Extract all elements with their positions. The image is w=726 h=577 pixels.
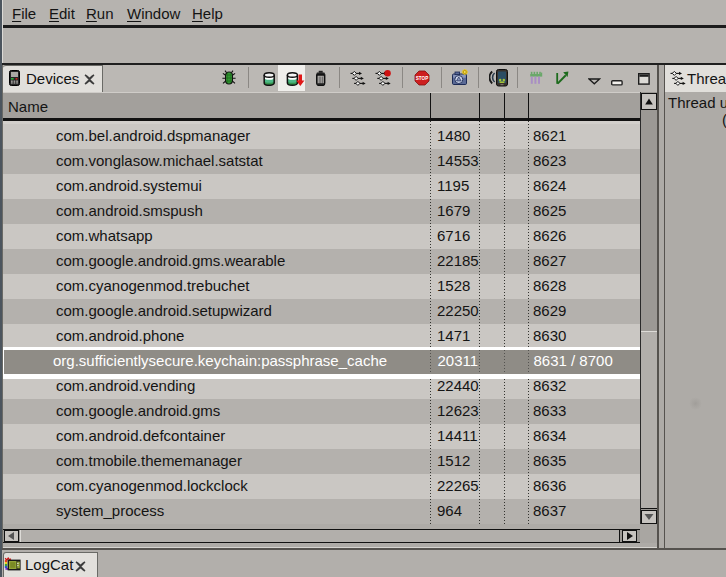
svg-text:STOP: STOP bbox=[416, 76, 428, 81]
